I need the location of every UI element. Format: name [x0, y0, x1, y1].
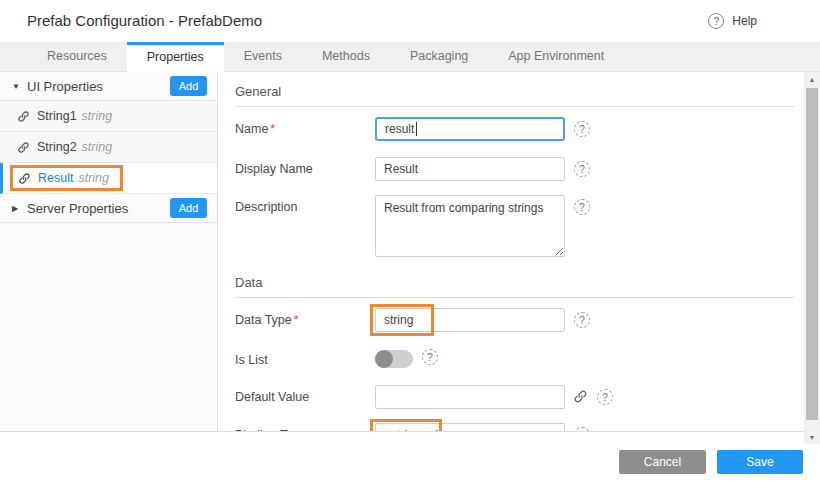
- tab-properties[interactable]: Properties: [127, 42, 224, 72]
- field-label: Display Name: [235, 157, 375, 176]
- dialog-footer: Cancel Save: [0, 431, 820, 490]
- required-marker: *: [270, 122, 275, 136]
- tab-resources[interactable]: Resources: [27, 42, 127, 71]
- form-row-is-list: Is List ?: [235, 348, 794, 368]
- field-help-icon[interactable]: ?: [574, 161, 590, 177]
- add-ui-property-button[interactable]: Add: [170, 76, 207, 96]
- property-name: Result: [38, 171, 73, 185]
- property-form: General Name* ? Display Name ? Descripti…: [219, 72, 804, 431]
- sidebar-item-result[interactable]: Result string: [0, 163, 217, 194]
- property-type: string: [82, 140, 113, 154]
- group-label: UI Properties: [27, 79, 103, 94]
- vertical-scrollbar[interactable]: ▲ ▼: [804, 72, 820, 444]
- sidebar-item-string1[interactable]: String1 string: [0, 101, 217, 132]
- expand-arrow-icon: ▶: [12, 204, 27, 213]
- property-name: String1: [37, 109, 77, 123]
- toggle-knob: [375, 350, 393, 368]
- tab-methods[interactable]: Methods: [302, 42, 390, 71]
- is-list-toggle[interactable]: [375, 350, 413, 368]
- scrollbar-thumb[interactable]: [806, 88, 818, 420]
- section-title-general: General: [235, 80, 794, 107]
- tab-app-environment[interactable]: App Environment: [488, 42, 624, 71]
- sidebar-group-server-properties[interactable]: ▶ Server Properties Add: [0, 194, 217, 223]
- link-icon: [17, 110, 30, 123]
- form-row-binding-type: Binding Type out-bound ▼ ?: [235, 423, 794, 431]
- properties-sidebar: ▼ UI Properties Add String1 string Strin…: [0, 72, 218, 431]
- required-marker: *: [294, 313, 299, 327]
- field-help-icon[interactable]: ?: [574, 312, 590, 328]
- form-row-default-value: Default Value ?: [235, 385, 794, 409]
- property-name: String2: [37, 140, 77, 154]
- field-help-icon[interactable]: ?: [422, 349, 438, 365]
- default-value-input[interactable]: [375, 385, 565, 409]
- field-label: Binding Type: [235, 423, 375, 431]
- field-label: Default Value: [235, 385, 375, 404]
- tab-events[interactable]: Events: [224, 42, 302, 71]
- property-type: string: [78, 171, 109, 185]
- field-help-icon[interactable]: ?: [597, 389, 613, 405]
- tab-packaging[interactable]: Packaging: [390, 42, 488, 71]
- field-label: Name*: [235, 117, 375, 136]
- scrollbar-down-icon[interactable]: ▼: [804, 430, 820, 444]
- display-name-input[interactable]: [375, 157, 565, 181]
- add-server-property-button[interactable]: Add: [170, 198, 207, 218]
- field-help-icon[interactable]: ?: [574, 199, 590, 215]
- group-label: Server Properties: [27, 201, 128, 216]
- link-icon: [17, 141, 30, 154]
- collapse-arrow-icon: ▼: [12, 82, 27, 91]
- binding-type-select[interactable]: out-bound ▼: [375, 423, 565, 431]
- form-row-data-type: Data Type* ?: [235, 308, 794, 332]
- tab-bar: Resources Properties Events Methods Pack…: [0, 42, 820, 72]
- form-row-name: Name* ?: [235, 117, 794, 141]
- sidebar-group-ui-properties[interactable]: ▼ UI Properties Add: [0, 72, 217, 101]
- scrollbar-up-icon[interactable]: ▲: [804, 72, 820, 86]
- link-icon: [18, 172, 31, 185]
- sidebar-item-string2[interactable]: String2 string: [0, 132, 217, 163]
- field-label: Description: [235, 195, 375, 214]
- help-button[interactable]: ? Help: [708, 13, 757, 29]
- property-type: string: [82, 109, 113, 123]
- name-input[interactable]: [375, 117, 565, 141]
- dialog-title: Prefab Configuration - PrefabDemo: [27, 12, 262, 29]
- field-label: Data Type*: [235, 308, 375, 327]
- help-icon: ?: [708, 13, 724, 29]
- form-row-display-name: Display Name ?: [235, 157, 794, 181]
- highlight-annotation-box: Result string: [10, 165, 123, 191]
- description-textarea[interactable]: Result from comparing strings: [375, 195, 565, 257]
- section-title-data: Data: [235, 271, 794, 298]
- cancel-button[interactable]: Cancel: [619, 450, 706, 474]
- bind-link-icon[interactable]: [573, 389, 588, 404]
- field-help-icon[interactable]: ?: [574, 121, 590, 137]
- field-label: Is List: [235, 348, 375, 367]
- title-bar: Prefab Configuration - PrefabDemo ? Help: [0, 0, 820, 42]
- help-label: Help: [732, 14, 757, 28]
- data-type-input[interactable]: [375, 308, 565, 332]
- save-button[interactable]: Save: [717, 450, 803, 474]
- text-caret: [416, 122, 417, 136]
- form-row-description: Description Result from comparing string…: [235, 195, 794, 261]
